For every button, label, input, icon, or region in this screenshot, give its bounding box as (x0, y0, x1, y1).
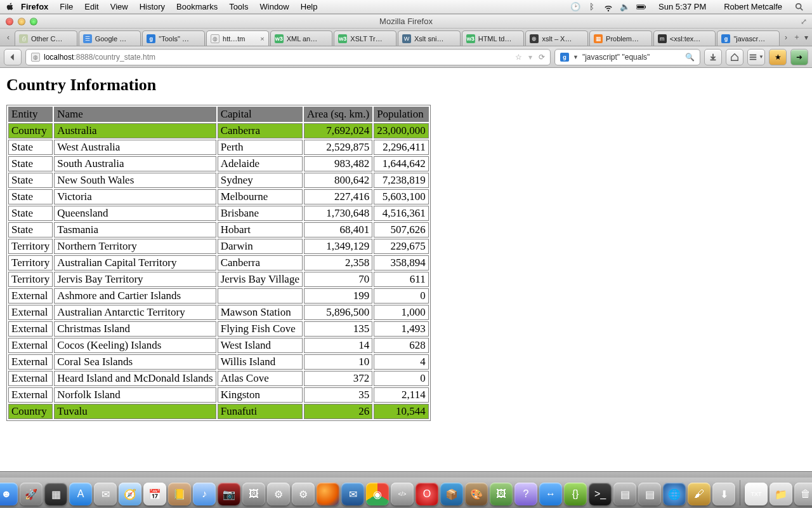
menu-tools[interactable]: Tools (223, 2, 254, 11)
tab-label: htt…tm (223, 35, 245, 43)
dock-app-folder[interactable]: 📁 (769, 483, 792, 505)
dock-app-terminal[interactable]: >_ (589, 483, 612, 505)
window-zoom-button[interactable] (30, 18, 37, 25)
cell: Queensland (54, 206, 216, 221)
window-minimize-button[interactable] (18, 18, 25, 25)
addon-button-2[interactable]: ➜ (790, 49, 808, 65)
spotlight-icon[interactable] (794, 2, 804, 12)
url-bar[interactable]: ◍ localhost:8888/country_state.htm ☆ ▾ ⟳ (25, 49, 551, 65)
dock-app-thunderbird[interactable]: ✉ (341, 483, 364, 505)
search-engine-icon[interactable]: g (560, 53, 569, 62)
dock-app-launchpad[interactable]: 🚀 (20, 483, 43, 505)
dock-app-sysprefs[interactable]: ⚙ (292, 483, 315, 505)
dock-app-util2[interactable]: ▤ (638, 483, 661, 505)
svg-rect-2 (637, 6, 644, 8)
site-identity-icon[interactable]: ◍ (31, 53, 40, 62)
cell: 983,482 (304, 156, 372, 171)
tab-scroll-left[interactable]: ‹ (3, 29, 14, 46)
tab[interactable]: w3XSLT Tr… (334, 30, 396, 46)
dock-app-image[interactable]: 🖼 (490, 483, 513, 505)
back-button[interactable] (4, 49, 22, 65)
tab[interactable]: ⎙Other C… (15, 30, 77, 46)
tab[interactable]: w3HTML td… (462, 30, 525, 46)
downloads-button[interactable] (704, 49, 722, 65)
tab[interactable]: ◍htt…tm× (206, 30, 269, 46)
dock-app-opera[interactable]: O (416, 483, 438, 505)
menu-window[interactable]: Window (254, 2, 295, 11)
wifi-icon[interactable] (603, 2, 613, 12)
dock-app-help[interactable]: ? (514, 483, 537, 505)
volume-icon[interactable]: 🔈 (620, 2, 630, 12)
tab-close-icon[interactable]: × (260, 35, 264, 43)
dock-app-txt[interactable]: TXT (745, 483, 768, 505)
tab[interactable]: ▦Problem… (589, 30, 652, 46)
tab[interactable]: m<xsl:tex… (653, 30, 716, 46)
dock-app-contacts[interactable]: 📒 (168, 483, 191, 505)
search-engine-dropdown-icon[interactable]: ▼ (573, 54, 579, 60)
table-header: Name (54, 107, 216, 122)
search-go-icon[interactable]: 🔍 (685, 53, 695, 62)
dock-app-dev[interactable]: </> (391, 483, 414, 505)
tab-favicon: m (658, 34, 667, 43)
menu-view[interactable]: View (105, 2, 134, 11)
dock-app-finder[interactable]: ☻ (0, 483, 18, 505)
cell: Territory (8, 239, 53, 254)
menubar-user[interactable]: Robert Metcalfe (718, 0, 788, 14)
addon-button-1[interactable]: ★ (769, 49, 787, 65)
search-bar[interactable]: g ▼ "javascript" "equals" 🔍 (554, 49, 700, 65)
menubar-clock[interactable]: Sun 5:37 PM (653, 0, 712, 14)
tab[interactable]: WXslt sni… (398, 30, 461, 46)
menu-history[interactable]: History (134, 2, 171, 11)
dock-app-util1[interactable]: ▤ (613, 483, 636, 505)
tab-scroll-right[interactable]: › (780, 29, 792, 46)
window-close-button[interactable] (6, 18, 13, 25)
dock-app-preview[interactable]: 🖼 (242, 483, 265, 505)
dock-app-dl[interactable]: ⬇ (712, 483, 735, 505)
menubar-app-name[interactable]: Firefox (15, 0, 54, 14)
home-button[interactable] (726, 49, 743, 65)
timemachine-icon[interactable]: 🕑 (570, 2, 580, 12)
tab[interactable]: g"javascr… (717, 30, 780, 46)
dock-app-gimp[interactable]: 🎨 (465, 483, 488, 505)
dock-app-safari[interactable]: 🧭 (119, 483, 141, 505)
tab[interactable]: w3XML an… (270, 30, 333, 46)
dock-app-ical[interactable]: 📅 (143, 483, 166, 505)
dock-app-trash[interactable]: 🗑 (794, 483, 812, 505)
table-row: ExternalAshmore and Cartier Islands1990 (8, 288, 429, 304)
menu-bookmarks[interactable]: Bookmarks (171, 2, 223, 11)
cell: External (8, 305, 53, 320)
cell: External (8, 371, 53, 386)
dock-app-globe[interactable]: 🌐 (663, 483, 686, 505)
dock-app-mission-control[interactable]: ▦ (44, 483, 67, 505)
battery-icon[interactable] (636, 2, 646, 12)
dock-app-mail[interactable]: ✉ (94, 483, 117, 505)
dock-app-firefox[interactable] (317, 483, 339, 505)
tab[interactable]: ⊗xslt – X… (525, 30, 588, 46)
tab-list-button[interactable]: ▾ (804, 33, 808, 42)
reload-button[interactable]: ⟳ (539, 53, 545, 62)
dock-app-chrome[interactable]: ◉ (366, 483, 389, 505)
apple-menu-icon[interactable] (5, 2, 15, 12)
menu-edit[interactable]: Edit (79, 2, 104, 11)
cell (218, 288, 303, 304)
tab[interactable]: g"Tools" … (142, 30, 205, 46)
dock-app-teamviewer[interactable]: ↔ (539, 483, 562, 505)
bookmarks-button[interactable]: ▼ (747, 49, 765, 65)
cell: 2,296,411 (374, 140, 429, 155)
menu-help[interactable]: Help (295, 2, 324, 11)
dock-app-vbox[interactable]: 📦 (440, 483, 463, 505)
bluetooth-icon[interactable]: ᛒ (587, 2, 597, 12)
window-proxy-icon[interactable]: ⤢ (801, 17, 812, 26)
bookmark-star-icon[interactable]: ☆ (515, 53, 522, 62)
dock-app-iphoto[interactable]: 📷 (218, 483, 240, 505)
menu-file[interactable]: File (54, 2, 79, 11)
dock-app-code[interactable]: {} (564, 483, 587, 505)
tab-label: HTML td… (478, 35, 512, 43)
new-tab-button[interactable]: ＋ (793, 32, 801, 43)
dock-app-appstore[interactable]: A (69, 483, 92, 505)
dock-app-automator[interactable]: ⚙ (267, 483, 290, 505)
dock-app-brush[interactable]: 🖌 (688, 483, 710, 505)
dock-app-itunes[interactable]: ♪ (193, 483, 216, 505)
tab[interactable]: ☰Google … (79, 30, 141, 46)
cell: Melbourne (218, 189, 303, 204)
